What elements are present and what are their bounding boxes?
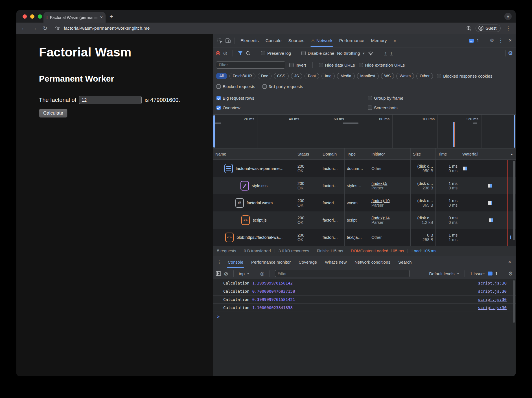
- column-domain[interactable]: Domain: [320, 148, 345, 159]
- filter-chip-font[interactable]: Font: [305, 73, 319, 79]
- tab-network[interactable]: ⚠ Network: [308, 34, 336, 47]
- devtools-settings-icon[interactable]: ⚙: [489, 37, 494, 44]
- devtools-menu-icon[interactable]: ⋮: [497, 38, 504, 43]
- screenshots-checkbox[interactable]: Screenshots: [368, 105, 512, 110]
- source-link[interactable]: script.js:30: [478, 289, 512, 294]
- issues-icon[interactable]: [469, 39, 474, 43]
- hide-data-urls-checkbox[interactable]: Hide data URLs: [319, 63, 355, 67]
- filter-chip-manifest[interactable]: Manifest: [357, 73, 379, 79]
- network-filter-input[interactable]: [216, 61, 285, 69]
- inspect-element-icon[interactable]: [215, 38, 224, 43]
- console-message[interactable]: Calculation 0.3999999761581421 script.js…: [213, 296, 516, 304]
- log-levels-select[interactable]: Default levels ▼: [429, 271, 459, 276]
- network-settings-icon[interactable]: ⚙: [508, 50, 513, 56]
- console-prompt[interactable]: >: [213, 312, 516, 322]
- initiator-link[interactable]: (index):5: [371, 181, 408, 186]
- column-status[interactable]: Status: [295, 148, 320, 159]
- column-size[interactable]: Size: [411, 148, 436, 159]
- issue-counter-label[interactable]: 1 Issue:: [470, 271, 485, 276]
- site-settings-icon[interactable]: [55, 26, 60, 30]
- source-link[interactable]: script.js:30: [478, 297, 512, 302]
- overview-checkbox[interactable]: Overview: [216, 105, 368, 110]
- disable-cache-checkbox[interactable]: Disable cache: [301, 51, 334, 56]
- blocked-response-cookies-checkbox[interactable]: Blocked response cookies: [437, 74, 492, 78]
- console-scrollbar[interactable]: [513, 280, 515, 323]
- drawer-tab-coverage[interactable]: Coverage: [295, 256, 321, 268]
- filter-funnel-icon[interactable]: [238, 51, 243, 55]
- export-har-icon[interactable]: ↓: [390, 51, 393, 56]
- overview-right-handle[interactable]: [514, 115, 515, 148]
- tab-search-chevron-icon[interactable]: ∨: [504, 13, 512, 20]
- overview-left-handle[interactable]: [213, 115, 215, 148]
- column-type[interactable]: Type: [345, 148, 369, 159]
- table-row[interactable]: factorial.wasm 200OK factori… wasm (inde…: [213, 194, 516, 211]
- console-sidebar-icon[interactable]: [216, 271, 221, 276]
- reload-icon[interactable]: ↻: [42, 25, 49, 32]
- table-row[interactable]: blob:https://factorial-wa… 200OK factori…: [213, 229, 516, 246]
- drawer-close-icon[interactable]: ×: [505, 259, 514, 265]
- back-icon[interactable]: ←: [20, 25, 27, 31]
- browser-tab[interactable]: ! Factorial Wasm (permanent W ×: [43, 12, 106, 23]
- console-settings-icon[interactable]: ⚙: [508, 270, 513, 277]
- console-message[interactable]: Calculation 0.7000000476837158 script.js…: [213, 287, 516, 296]
- drawer-tab-whats-new[interactable]: What's new: [321, 256, 351, 268]
- column-waterfall[interactable]: Waterfall ▲: [460, 148, 516, 159]
- invert-checkbox[interactable]: Invert: [289, 63, 306, 67]
- live-expression-icon[interactable]: ◎: [260, 271, 264, 277]
- table-row[interactable]: style.css 200OK factori… styles… (index)…: [213, 177, 516, 194]
- filter-chip-img[interactable]: Img: [321, 73, 335, 79]
- console-filter-input[interactable]: [275, 270, 410, 277]
- javascript-context-select[interactable]: top ▼: [239, 271, 250, 276]
- forward-icon[interactable]: →: [31, 25, 38, 31]
- blocked-requests-checkbox[interactable]: Blocked requests: [216, 84, 255, 89]
- filter-chip-media[interactable]: Media: [337, 73, 354, 79]
- address-bar[interactable]: factorial-wasm-permanent-worker.glitch.m…: [64, 26, 150, 31]
- drawer-tab-performance-monitor[interactable]: Performance monitor: [247, 256, 295, 268]
- record-icon[interactable]: [216, 51, 220, 55]
- column-time[interactable]: Time: [436, 148, 460, 159]
- filter-chip-fetch-xhr[interactable]: Fetch/XHR: [229, 73, 255, 79]
- import-har-icon[interactable]: ↑: [384, 51, 387, 56]
- calculate-button[interactable]: Calculate: [39, 109, 67, 118]
- minimize-window-button[interactable]: [30, 14, 34, 19]
- new-tab-button[interactable]: +: [110, 14, 113, 20]
- tab-console[interactable]: Console: [262, 34, 285, 47]
- drawer-tab-console[interactable]: Console: [224, 256, 247, 268]
- filter-chip-wasm[interactable]: Wasm: [396, 73, 414, 79]
- third-party-requests-checkbox[interactable]: 3rd-party requests: [262, 84, 303, 89]
- network-conditions-icon[interactable]: [368, 51, 374, 56]
- console-message[interactable]: Calculation 1.399999976158142 script.js:…: [213, 279, 516, 287]
- clear-icon[interactable]: ⊘: [223, 51, 227, 56]
- profile-chip[interactable]: Guest: [476, 25, 501, 32]
- filter-chip-js[interactable]: JS: [291, 73, 302, 79]
- close-window-button[interactable]: [23, 14, 27, 19]
- zoom-icon[interactable]: [466, 26, 472, 31]
- tab-memory[interactable]: Memory: [368, 34, 390, 47]
- filter-chip-all[interactable]: All: [216, 73, 227, 79]
- table-row[interactable]: factorial-wasm-permane… 200OK factori… d…: [213, 160, 516, 177]
- filter-chip-ws[interactable]: WS: [381, 73, 394, 79]
- initiator-link[interactable]: (index):10: [371, 198, 408, 203]
- source-link[interactable]: script.js:30: [478, 281, 512, 285]
- console-message[interactable]: Calculation 1.100000023841858 script.js:…: [213, 304, 516, 312]
- tab-close-icon[interactable]: ×: [100, 15, 103, 20]
- table-row[interactable]: script.js 200OK factori… script (index):…: [213, 211, 516, 229]
- group-by-frame-checkbox[interactable]: Group by frame: [368, 96, 512, 100]
- maximize-window-button[interactable]: [38, 14, 42, 19]
- table-scrollbar[interactable]: [513, 161, 515, 240]
- clear-console-icon[interactable]: ⊘: [224, 271, 228, 276]
- filter-chip-doc[interactable]: Doc: [258, 73, 272, 79]
- tab-sources[interactable]: Sources: [285, 34, 308, 47]
- devtools-close-icon[interactable]: ×: [507, 38, 513, 43]
- source-link[interactable]: script.js:30: [478, 305, 512, 310]
- column-name[interactable]: Name: [213, 148, 295, 159]
- tab-performance[interactable]: Performance: [336, 34, 368, 47]
- throttling-select[interactable]: No throttling ▼: [337, 51, 365, 56]
- factorial-input[interactable]: [79, 96, 142, 104]
- preserve-log-checkbox[interactable]: Preserve log: [261, 51, 291, 56]
- filter-chip-css[interactable]: CSS: [274, 73, 289, 79]
- browser-menu-icon[interactable]: ⋮: [505, 25, 512, 31]
- search-icon[interactable]: [246, 51, 251, 56]
- drawer-tab-search[interactable]: Search: [394, 256, 416, 268]
- more-tabs-icon[interactable]: »: [390, 34, 400, 47]
